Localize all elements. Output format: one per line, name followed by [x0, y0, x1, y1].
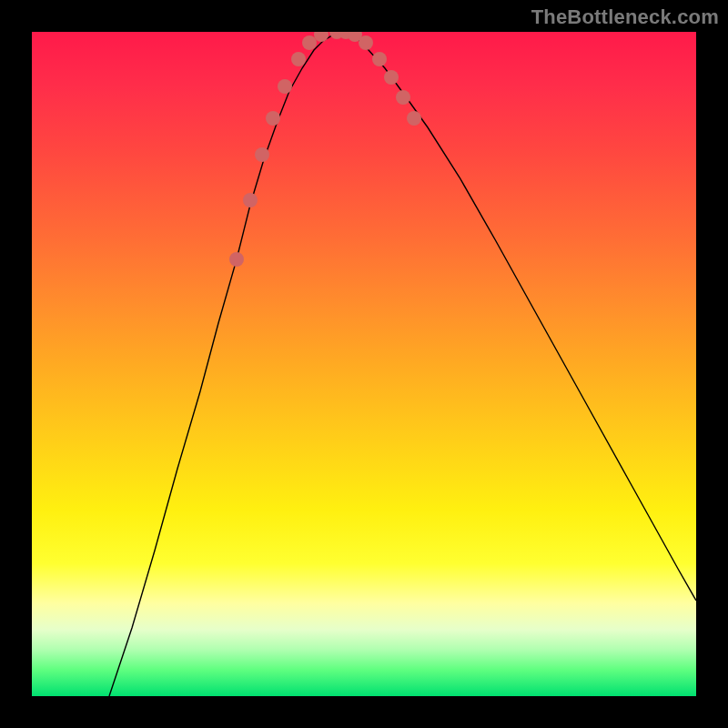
bottleneck-curve [109, 32, 696, 696]
highlight-dots [229, 32, 421, 267]
highlight-dot [407, 111, 421, 126]
highlight-dot [291, 52, 306, 66]
highlight-dot [384, 70, 399, 85]
highlight-dot [302, 35, 317, 50]
highlight-dot [278, 79, 292, 94]
highlight-dot [255, 147, 269, 162]
watermark-text: TheBottleneck.com [531, 5, 719, 29]
highlight-dot [359, 35, 373, 50]
chart-frame: TheBottleneck.com [0, 0, 728, 728]
highlight-dot [229, 252, 244, 267]
curve-svg [32, 32, 696, 696]
highlight-dot [266, 111, 280, 126]
highlight-dot [396, 90, 410, 105]
highlight-dot [243, 193, 258, 207]
plot-area [32, 32, 696, 696]
highlight-dot [372, 52, 387, 66]
